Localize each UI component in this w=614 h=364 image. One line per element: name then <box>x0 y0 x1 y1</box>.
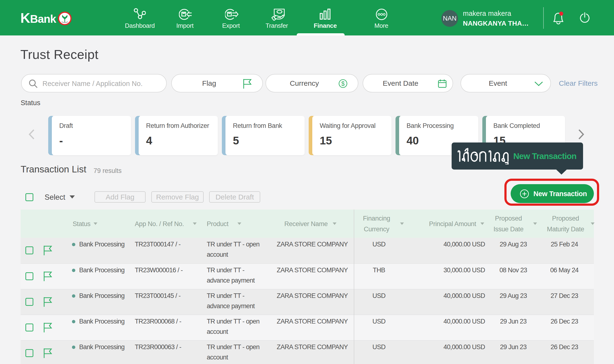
svg-text:$: $ <box>341 80 345 87</box>
